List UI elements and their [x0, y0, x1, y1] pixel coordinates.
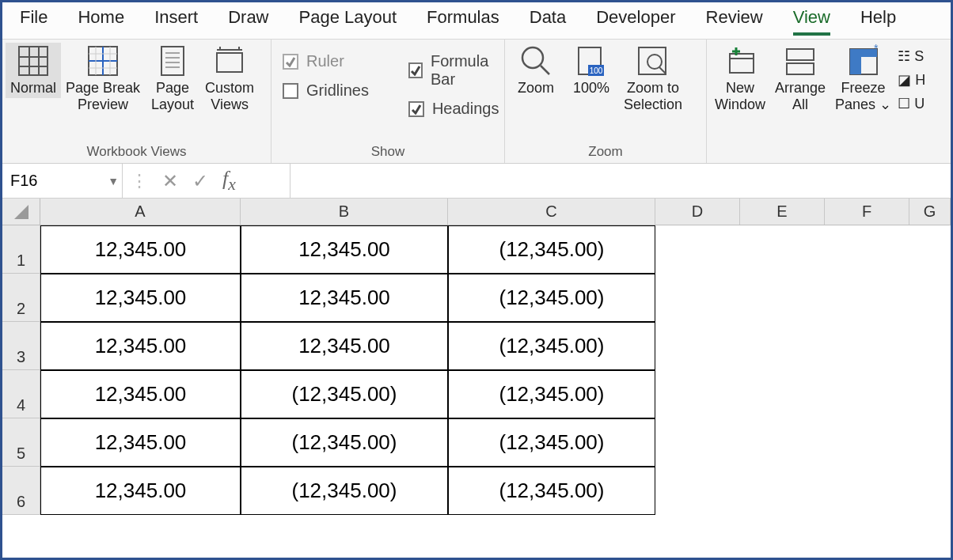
hide-row-icon[interactable]: ◪ H — [898, 71, 925, 89]
zoom-100-button[interactable]: 100 100% — [564, 43, 619, 98]
cell-F4[interactable] — [825, 370, 909, 418]
zoom-button[interactable]: Zoom — [508, 43, 564, 98]
tab-home[interactable]: Home — [78, 7, 124, 36]
row-header-5[interactable]: 5 — [2, 418, 40, 467]
tab-draw[interactable]: Draw — [228, 7, 268, 36]
tab-help[interactable]: Help — [860, 7, 896, 36]
cell-G1[interactable] — [909, 225, 951, 274]
arrange-all-button[interactable]: ArrangeAll — [770, 43, 830, 114]
cell-A6[interactable]: 12,345.00 — [40, 467, 241, 515]
freeze-panes-icon: * — [847, 44, 880, 78]
cell-A4[interactable]: 12,345.00 — [40, 370, 241, 418]
cell-D3[interactable] — [655, 322, 740, 370]
tab-formulas[interactable]: Formulas — [427, 7, 499, 36]
fx-button[interactable]: fx — [222, 167, 236, 195]
tab-page-layout[interactable]: Page Layout — [299, 7, 397, 36]
tab-data[interactable]: Data — [530, 7, 566, 36]
cell-E2[interactable] — [740, 274, 825, 322]
cell-B6[interactable]: (12,345.00) — [241, 467, 448, 515]
cell-C5[interactable]: (12,345.00) — [448, 418, 655, 467]
cell-B2[interactable]: 12,345.00 — [241, 274, 448, 322]
checkbox-icon — [408, 62, 423, 78]
col-header-B[interactable]: B — [241, 199, 448, 225]
svg-rect-0 — [19, 47, 47, 75]
accept-formula-button[interactable]: ✓ — [192, 170, 208, 192]
cell-F1[interactable] — [825, 225, 909, 274]
cell-G2[interactable] — [909, 274, 951, 322]
col-header-C[interactable]: C — [448, 199, 655, 225]
cell-G4[interactable] — [909, 370, 951, 418]
cell-D4[interactable] — [655, 370, 740, 418]
tab-file[interactable]: File — [20, 7, 47, 36]
cancel-formula-button[interactable]: ✕ — [162, 170, 178, 192]
cell-D5[interactable] — [655, 418, 740, 467]
row-1: 1 12,345.00 12,345.00 (12,345.00) — [2, 225, 951, 274]
gridlines-checkbox[interactable]: Gridlines — [283, 81, 369, 100]
cell-C2[interactable]: (12,345.00) — [448, 274, 655, 322]
checkbox-icon — [283, 54, 298, 70]
cell-E1[interactable] — [740, 225, 825, 274]
cell-E3[interactable] — [740, 322, 825, 370]
gridlines-checkbox-label: Gridlines — [306, 81, 369, 100]
cell-G5[interactable] — [909, 418, 951, 467]
cell-F5[interactable] — [825, 418, 909, 467]
cell-F3[interactable] — [825, 322, 909, 370]
col-header-G[interactable]: G — [909, 199, 951, 225]
col-header-E[interactable]: E — [740, 199, 825, 225]
cell-C4[interactable]: (12,345.00) — [448, 370, 655, 418]
cell-A3[interactable]: 12,345.00 — [40, 322, 241, 370]
row-header-3[interactable]: 3 — [2, 322, 40, 370]
svg-text:*: * — [874, 44, 879, 55]
page-layout-icon — [159, 44, 186, 78]
normal-view-button[interactable]: Normal — [6, 43, 61, 98]
cell-A2[interactable]: 12,345.00 — [40, 274, 241, 322]
headings-checkbox[interactable]: Headings — [408, 100, 499, 118]
split-row-icon[interactable]: ☷ S — [898, 47, 925, 65]
zoom-to-selection-button[interactable]: Zoom toSelection — [619, 43, 687, 114]
formula-input[interactable] — [290, 164, 951, 198]
row-header-4[interactable]: 4 — [2, 370, 40, 418]
cell-C6[interactable]: (12,345.00) — [448, 467, 655, 515]
cell-D2[interactable] — [655, 274, 740, 322]
row-header-1[interactable]: 1 — [2, 225, 40, 274]
name-box[interactable]: F16 ▼ — [2, 164, 123, 198]
zoom-label: Zoom — [518, 80, 554, 96]
cell-C1[interactable]: (12,345.00) — [448, 225, 655, 274]
tab-insert[interactable]: Insert — [154, 7, 198, 36]
chevron-down-icon[interactable]: ▼ — [108, 175, 119, 187]
cell-C3[interactable]: (12,345.00) — [448, 322, 655, 370]
freeze-panes-button[interactable]: * FreezePanes ⌄ — [830, 43, 896, 114]
custom-views-button[interactable]: CustomViews — [200, 43, 259, 114]
cell-D6[interactable] — [655, 467, 740, 515]
select-all-corner[interactable] — [2, 199, 40, 225]
cell-G3[interactable] — [909, 322, 951, 370]
cell-B1[interactable]: 12,345.00 — [241, 225, 448, 274]
show-group-label: Show — [275, 142, 501, 161]
cell-G6[interactable] — [909, 467, 951, 515]
cell-B3[interactable]: 12,345.00 — [241, 322, 448, 370]
cell-A5[interactable]: 12,345.00 — [40, 418, 241, 467]
page-break-preview-button[interactable]: Page BreakPreview — [61, 43, 145, 114]
new-window-button[interactable]: NewWindow — [710, 43, 770, 114]
cell-A1[interactable]: 12,345.00 — [40, 225, 241, 274]
col-header-A[interactable]: A — [40, 199, 241, 225]
cell-E4[interactable] — [740, 370, 825, 418]
cell-E6[interactable] — [740, 467, 825, 515]
tab-review[interactable]: Review — [706, 7, 763, 36]
col-header-D[interactable]: D — [655, 199, 740, 225]
cell-F2[interactable] — [825, 274, 909, 322]
cell-D1[interactable] — [655, 225, 740, 274]
cell-E5[interactable] — [740, 418, 825, 467]
svg-line-28 — [659, 67, 666, 74]
tab-developer[interactable]: Developer — [596, 7, 675, 36]
formula-bar-checkbox[interactable]: Formula Bar — [408, 52, 499, 89]
unhide-row-icon[interactable]: ☐ U — [898, 95, 925, 112]
row-header-2[interactable]: 2 — [2, 274, 40, 322]
cell-B5[interactable]: (12,345.00) — [241, 418, 448, 467]
page-layout-button[interactable]: PageLayout — [145, 43, 200, 114]
row-header-6[interactable]: 6 — [2, 467, 40, 515]
cell-B4[interactable]: (12,345.00) — [241, 370, 448, 418]
col-header-F[interactable]: F — [825, 199, 909, 225]
tab-view[interactable]: View — [793, 7, 830, 36]
cell-F6[interactable] — [825, 467, 909, 515]
